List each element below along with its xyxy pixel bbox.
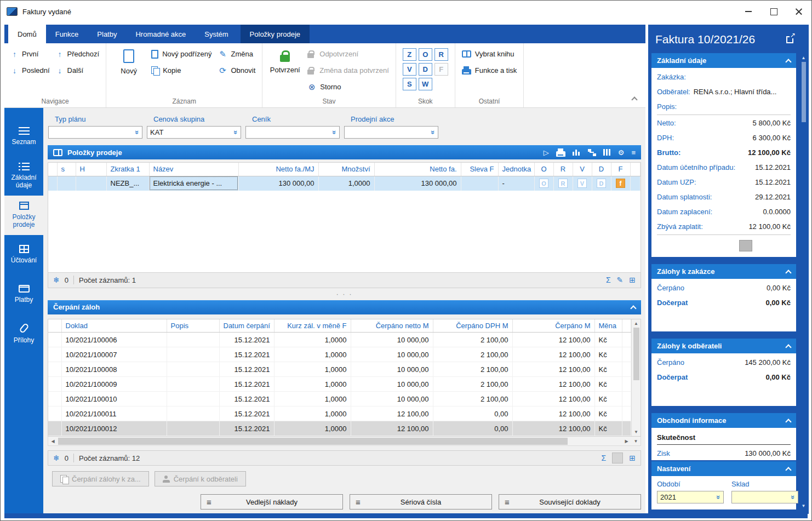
column-header[interactable]: Doklad	[61, 319, 167, 333]
unconfirm-button[interactable]: Odpotvrzení	[307, 48, 388, 60]
column-header[interactable]: Měna	[594, 319, 622, 333]
storno-button[interactable]: ⊗ Storno	[307, 81, 388, 93]
gear-icon[interactable]: ⚙	[618, 149, 625, 156]
table-row[interactable]: 10/2021/10001115.12.20211,000012 100,000…	[48, 407, 631, 421]
tab-platby[interactable]: Platby	[88, 25, 126, 43]
column-header[interactable]: V	[573, 163, 592, 176]
table-row[interactable]: 10/2021/10001215.12.20211,000012 100,000…	[48, 421, 631, 436]
confirm-button[interactable]: Potvrzení	[269, 48, 301, 74]
collapse-icon[interactable]	[785, 344, 791, 350]
column-header[interactable]: Název	[149, 163, 238, 176]
new-button[interactable]: Nový	[113, 48, 145, 75]
jump-button-s[interactable]: S	[403, 78, 416, 90]
table-row[interactable]: 10/2021/10000815.12.20211,000010 000,002…	[48, 362, 631, 377]
cerpani-k-odberateli-button[interactable]: Čerpání k odběrateli	[155, 471, 246, 486]
column-header[interactable]: Čerpáno M	[512, 319, 594, 333]
scroll-up-icon[interactable]: ▲	[634, 321, 638, 326]
scroll-down-icon[interactable]: ▼	[802, 503, 806, 508]
scrollbar-thumb[interactable]	[802, 62, 806, 122]
edit-icon-disabled[interactable]	[612, 453, 623, 463]
collapse-icon[interactable]	[785, 419, 791, 425]
section-header[interactable]: Zálohy k odběrateli	[651, 339, 796, 353]
vertical-scrollbar[interactable]: ▲ ▼	[631, 319, 641, 437]
collapse-icon[interactable]	[785, 270, 791, 276]
add-record-icon[interactable]: ⊞	[629, 454, 636, 462]
last-button[interactable]: ↓ Poslední	[11, 65, 50, 76]
column-header[interactable]: Množství	[318, 163, 374, 176]
edit-icon[interactable]: ✎	[617, 276, 624, 284]
cenova-skupina-combobox[interactable]: KAT »	[147, 126, 241, 139]
edit-button[interactable]: ✎ Změna	[218, 48, 255, 60]
sidebar-item-prilohy[interactable]: Přílohy	[4, 314, 43, 353]
chart-icon[interactable]	[573, 149, 581, 156]
column-header[interactable]: Jednotka	[498, 163, 534, 176]
tab-funkce[interactable]: Funkce	[46, 25, 88, 43]
change-confirm-date-button[interactable]: Změna data potvrzení	[307, 65, 388, 76]
ribbon-collapse-icon[interactable]	[631, 96, 637, 102]
table-row[interactable]: NEZB_... Elektrická energie - ... 130 00…	[48, 176, 641, 191]
table-row[interactable]: 10/2021/10000915.12.20211,000010 000,002…	[48, 377, 631, 392]
refresh-button[interactable]: ⟳ Obnovit	[218, 65, 255, 76]
jump-button-f[interactable]: F	[434, 63, 448, 76]
column-header[interactable]: O	[534, 163, 553, 176]
collapse-icon[interactable]	[630, 305, 636, 311]
prodejni-akce-combobox[interactable]: »	[344, 126, 438, 139]
copy-button[interactable]: Kopie	[151, 65, 211, 76]
new-child-button[interactable]: Nový podřízený	[151, 48, 211, 60]
minimize-icon[interactable]	[736, 1, 761, 22]
column-header[interactable]: Netto fa.	[374, 163, 461, 176]
tab-polozky-prodeje[interactable]: Položky prodeje	[241, 25, 310, 43]
seriova-cisla-button[interactable]: ≡ Sériová čísla	[350, 494, 492, 509]
sidebar-item-zakladni-udaje[interactable]: Základní údaje	[4, 156, 43, 196]
scroll-down-icon[interactable]: ▼	[634, 430, 638, 434]
tab-hromadne-akce[interactable]: Hromadné akce	[126, 25, 195, 43]
table-row[interactable]: 10/2021/10001015.12.20211,000010 000,002…	[48, 392, 631, 407]
color-swatch[interactable]	[739, 240, 752, 251]
column-header[interactable]: Datum čerpání	[219, 319, 274, 333]
jump-button-z[interactable]: Z	[403, 48, 416, 61]
jump-button-r[interactable]: R	[434, 48, 448, 61]
souvisejici-doklady-button[interactable]: ≡ Související doklady	[499, 494, 641, 509]
table-row[interactable]: 10/2021/10000715.12.20211,000010 000,002…	[48, 347, 631, 362]
functions-print-button[interactable]: Funkce a tisk	[462, 65, 517, 76]
column-header[interactable]: R	[553, 163, 573, 176]
column-header[interactable]: Sleva F	[461, 163, 498, 176]
column-header[interactable]: Čerpáno DPH M	[433, 319, 512, 333]
first-button[interactable]: ↑ První	[11, 48, 50, 60]
columns-icon[interactable]	[603, 149, 611, 156]
panel-splitter[interactable]: · · ·	[43, 288, 645, 300]
group-icon[interactable]	[588, 149, 596, 156]
scroll-right-icon[interactable]: ▶	[622, 439, 631, 444]
scroll-up-icon[interactable]: ▲	[802, 55, 806, 60]
sidebar-item-polozky-prodeje[interactable]: Položky prodeje	[4, 196, 43, 235]
select-book-button[interactable]: Vybrat knihu	[462, 48, 517, 60]
sklad-combobox[interactable]: »	[731, 491, 798, 503]
cerpani-zalohy-k-zakazce-button[interactable]: Čerpání zálohy k za...	[52, 471, 149, 486]
jump-button-o[interactable]: O	[419, 48, 432, 61]
column-header[interactable]: Zkratka 1	[106, 163, 149, 176]
section-header[interactable]: Zálohy k zakázce	[651, 264, 796, 279]
obdobi-combobox[interactable]: 2021 »	[657, 491, 724, 503]
collapse-icon[interactable]	[785, 467, 791, 473]
play-icon[interactable]: ▷	[544, 149, 549, 156]
jump-button-v[interactable]: V	[403, 63, 416, 76]
section-header[interactable]: Nastavení	[651, 461, 796, 476]
scroll-down-icon[interactable]: ▼	[631, 439, 641, 444]
open-external-icon[interactable]	[786, 36, 793, 43]
add-record-icon[interactable]: ⊞	[629, 276, 636, 284]
jump-button-w[interactable]: W	[419, 78, 432, 90]
sidebar-item-seznam[interactable]: Seznam	[4, 117, 43, 156]
typ-planu-combobox[interactable]: »	[48, 126, 142, 139]
tab-domu[interactable]: Domů	[8, 25, 46, 43]
vedlejsi-naklady-button[interactable]: ≡ Vedlejší náklady	[201, 494, 343, 509]
column-header[interactable]: D	[592, 163, 611, 176]
column-header[interactable]: Kurz zál. v měně F	[274, 319, 351, 333]
close-icon[interactable]	[786, 1, 811, 22]
table-row[interactable]: 10/2021/10000615.12.20211,000010 000,002…	[48, 333, 631, 347]
previous-button[interactable]: ↑ Předchozí	[56, 48, 100, 60]
sum-icon[interactable]: Σ	[602, 454, 607, 462]
section-header[interactable]: Obchodní informace	[651, 413, 796, 428]
snowflake-icon[interactable]: ❄	[53, 454, 60, 462]
sum-icon[interactable]: Σ	[606, 276, 611, 284]
detail-scrollbar[interactable]: ▲ ▼	[800, 55, 807, 508]
